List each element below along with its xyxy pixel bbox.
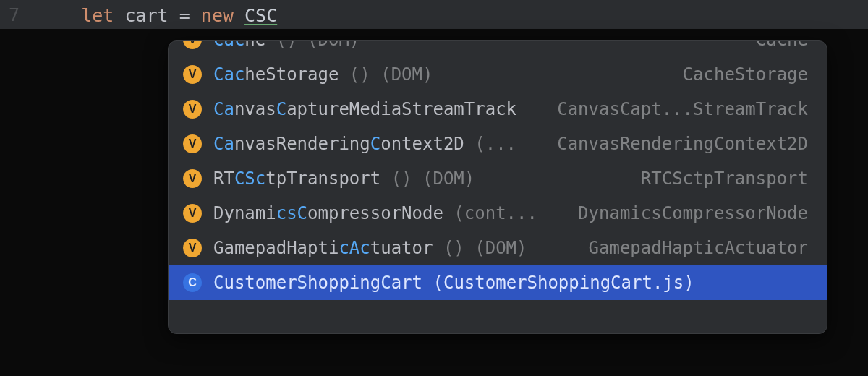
variable-icon: V [183, 204, 202, 223]
class-icon: C [183, 273, 202, 292]
completion-item[interactable]: VCache () (DOM)Cache [169, 40, 827, 57]
completion-label: CacheStorage () (DOM) [213, 64, 433, 85]
completion-origin: CanvasCapt...StreamTrack [557, 99, 808, 119]
variable-icon: V [183, 134, 202, 153]
token-eq: = [179, 5, 190, 26]
token-typed: CSC [244, 5, 277, 26]
variable-icon: V [183, 239, 202, 257]
completion-label: CustomerShoppingCart (CustomerShoppingCa… [213, 273, 694, 293]
completion-item[interactable]: VCacheStorage () (DOM)CacheStorage [169, 57, 827, 92]
code-line[interactable]: 7 let cart = new CSC [0, 0, 868, 29]
completion-item[interactable]: VCanvasCaptureMediaStreamTrackCanvasCapt… [169, 92, 827, 127]
completion-item[interactable]: VCanvasRenderingContext2D (...CanvasRend… [169, 127, 827, 161]
completion-label: GamepadHapticActuator () (DOM) [213, 238, 527, 258]
completion-label: CanvasRenderingContext2D (... [213, 134, 516, 154]
completion-label: Cache () (DOM) [213, 40, 359, 50]
completion-label: DynamicsCompressorNode (cont... [213, 203, 537, 223]
variable-icon: V [183, 100, 202, 119]
completion-origin: CacheStorage [683, 64, 808, 85]
token-let: let [81, 5, 114, 26]
completion-origin: DynamicsCompressorNode [578, 203, 808, 223]
variable-icon: V [183, 65, 202, 84]
completion-origin: RTCSctpTransport [641, 168, 808, 189]
token-new: new [201, 5, 234, 26]
completion-label: RTCSctpTransport () (DOM) [213, 168, 475, 189]
variable-icon: V [183, 40, 202, 49]
token-ident: cart [124, 5, 168, 26]
completion-origin: CanvasRenderingContext2D [557, 134, 808, 154]
completion-label: CanvasCaptureMediaStreamTrack [213, 99, 516, 119]
line-number: 7 [7, 4, 38, 25]
completion-item[interactable]: VDynamicsCompressorNode (cont...Dynamics… [169, 196, 827, 231]
completion-origin: Cache [756, 40, 808, 50]
variable-icon: V [183, 169, 202, 188]
completion-item[interactable]: CCustomerShoppingCart (CustomerShoppingC… [169, 265, 827, 300]
completion-item[interactable]: VGamepadHapticActuator () (DOM)GamepadHa… [169, 231, 827, 265]
completion-list: VCache () (DOM)CacheVCacheStorage () (DO… [169, 40, 827, 300]
completion-origin: GamepadHapticActuator [589, 238, 808, 258]
completion-popup[interactable]: VCache () (DOM)CacheVCacheStorage () (DO… [168, 40, 827, 334]
completion-item[interactable]: VRTCSctpTransport () (DOM)RTCSctpTranspo… [169, 161, 827, 196]
